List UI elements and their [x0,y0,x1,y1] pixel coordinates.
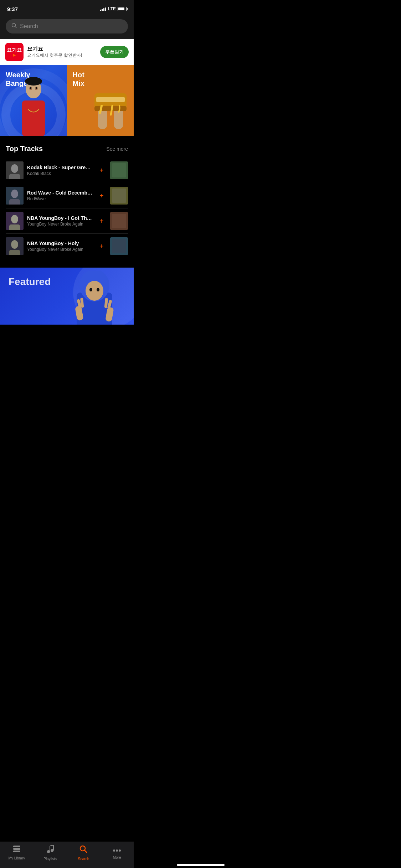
track-list: Kodak Black - Super Greml... Kodak Black… [6,158,128,259]
track-title: NBA YoungBoy - Holy [27,241,93,246]
svg-rect-12 [96,97,125,102]
track-info: Rod Wave - Cold Decembe... RodWave [27,190,93,201]
svg-rect-16 [9,174,20,179]
svg-rect-3 [22,100,45,136]
see-more-button[interactable]: See more [106,146,128,152]
track-title: NBA YoungBoy - I Got The... [27,215,93,221]
add-track-button[interactable]: + [97,241,107,252]
ad-coupon-button[interactable]: 쿠폰받기 [100,46,129,58]
track-thumbnail [6,161,24,179]
top-tracks-title: Top Tracks [6,145,43,153]
svg-point-37 [89,288,92,291]
track-artist: YoungBoy Never Broke Again [27,222,93,227]
track-thumbnail [6,187,24,205]
add-track-button[interactable]: + [97,190,107,201]
status-time: 9:37 [7,6,18,12]
track-item[interactable]: NBA YoungBoy - Holy YoungBoy Never Broke… [6,234,128,259]
svg-point-38 [97,288,99,291]
status-bar: 9:37 LTE [0,0,134,16]
featured-art [70,271,119,325]
svg-rect-23 [112,188,126,203]
svg-rect-18 [112,163,126,177]
signal-icon [100,7,106,11]
top-tracks-header: Top Tracks See more [6,145,128,153]
track-right-thumbnail [110,237,128,255]
hot-mix-art [87,72,134,136]
search-bar[interactable]: Search [6,19,128,33]
track-right-thumbnail [110,212,128,230]
track-item[interactable]: Kodak Black - Super Greml... Kodak Black… [6,158,128,183]
track-right-thumbnail [110,161,128,179]
track-artist: YoungBoy Never Broke Again [27,247,93,252]
svg-point-20 [11,190,18,198]
ad-subtitle: 요기요에서 첫주문 할인받자! [27,52,97,58]
weekly-bangers-art [12,76,55,136]
featured-banner[interactable]: Featured [0,268,134,325]
top-tracks-section: Top Tracks See more Kodak Black - Super … [0,145,134,259]
svg-rect-13 [94,106,127,111]
svg-rect-33 [112,239,126,253]
track-info: Kodak Black - Super Greml... Kodak Black [27,165,93,176]
weekly-bangers-card[interactable]: WeeklyBangers [0,65,67,136]
ad-logo-text: 요기요 [7,47,22,52]
svg-point-25 [11,215,18,223]
svg-point-30 [11,240,18,249]
svg-line-1 [15,27,17,28]
track-item[interactable]: NBA YoungBoy - I Got The... YoungBoy Nev… [6,208,128,234]
header-area: Search [0,16,134,39]
ad-title: 요기요 [27,46,97,52]
ad-banner: 요기요 ▶ 요기요 요기요에서 첫주문 할인받자! 쿠폰받기 [0,39,134,65]
track-title: Rod Wave - Cold Decembe... [27,190,93,196]
svg-point-8 [25,77,42,86]
ad-text: 요기요 요기요에서 첫주문 할인받자! [27,46,97,58]
track-item[interactable]: Rod Wave - Cold Decembe... RodWave + [6,183,128,208]
add-track-button[interactable]: + [97,165,107,176]
track-thumbnail [6,237,24,255]
search-icon [11,23,17,30]
svg-rect-31 [9,250,20,255]
battery-icon [118,7,127,11]
track-info: NBA YoungBoy - I Got The... YoungBoy Nev… [27,215,93,227]
track-title: Kodak Black - Super Greml... [27,165,93,170]
featured-label: Featured [9,276,51,288]
svg-point-7 [36,87,37,89]
track-artist: Kodak Black [27,171,93,176]
hot-mix-card[interactable]: HotMix [67,65,134,136]
svg-point-15 [11,164,18,173]
svg-rect-26 [9,224,20,230]
lte-label: LTE [108,6,116,11]
add-track-button[interactable]: + [97,216,107,227]
track-thumbnail [6,212,24,230]
ad-logo: 요기요 ▶ [5,43,24,61]
svg-point-6 [30,87,31,89]
svg-rect-21 [9,199,20,205]
featured-cards-row: WeeklyBangers HotMix [0,65,134,136]
search-placeholder: Search [20,23,38,30]
svg-point-36 [86,281,103,301]
track-artist: RodWave [27,196,93,201]
svg-rect-28 [112,214,126,228]
track-right-thumbnail [110,187,128,205]
status-icons: LTE [100,6,127,11]
ad-logo-play-icon: ▶ [13,53,16,57]
track-info: NBA YoungBoy - Holy YoungBoy Never Broke… [27,241,93,252]
